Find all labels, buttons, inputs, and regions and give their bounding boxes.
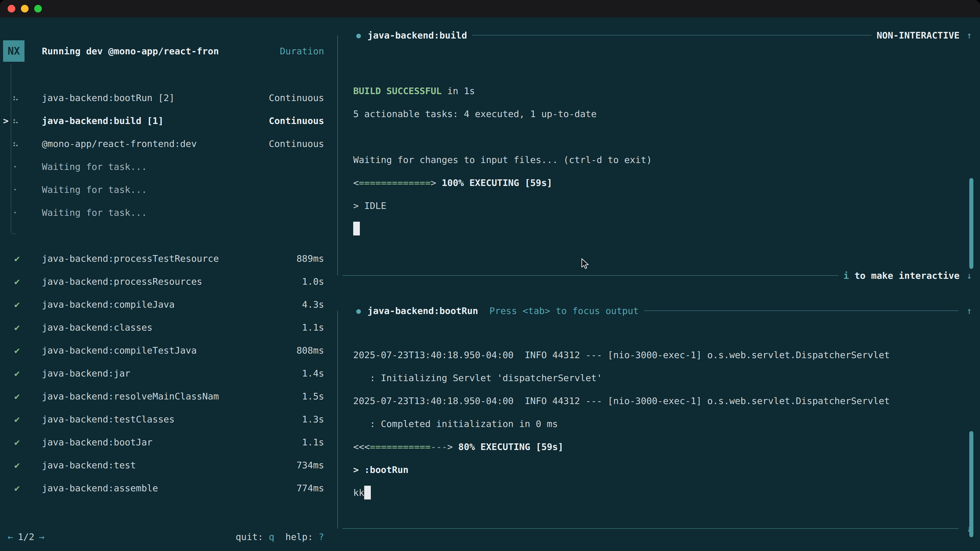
footer-rule <box>342 528 959 529</box>
check-icon: ✔ <box>14 460 20 470</box>
scroll-up-icon[interactable]: ↑ <box>964 30 975 41</box>
hint-spacer <box>274 532 285 542</box>
maximize-button[interactable] <box>34 5 42 13</box>
input-line[interactable]: kk <box>353 481 975 504</box>
terminal-cursor <box>353 222 360 235</box>
titlebar <box>0 0 980 17</box>
completed-task-list: ✔ java-backend:processTestResource 889ms… <box>0 247 337 499</box>
task-label: java-backend:build [1] <box>42 116 164 126</box>
pending-dot-icon: · <box>12 184 18 195</box>
prompt-line: > :bootRun <box>353 458 975 481</box>
task-bullet-icon: ● <box>356 31 361 40</box>
bootrun-panel-title: java-backend:bootRun <box>368 306 478 316</box>
progress-status: 100% EXECUTING [59s] <box>436 178 552 188</box>
mouse-cursor <box>579 258 591 269</box>
log-line: 2025-07-23T13:40:18.950-04:00 INFO 44312… <box>353 389 975 413</box>
sidebar-header: NX Running dev @mono-app/react-fron Dura… <box>3 40 337 62</box>
bootrun-panel-header: ● java-backend:bootRun Press <tab> to fo… <box>337 305 975 317</box>
task-row-bootrun[interactable]: ⠦ java-backend:bootRun [2] Continuous <box>0 86 337 109</box>
task-sidebar: NX Running dev @mono-app/react-fron Dura… <box>0 17 337 551</box>
check-icon: ✔ <box>14 345 20 356</box>
build-panel-footer: i to make interactive ↓ <box>337 269 975 282</box>
task-row-done[interactable]: ✔ java-backend:bootJar 1.1s <box>0 430 337 454</box>
progress-status: 80% EXECUTING [59s] <box>453 441 563 452</box>
task-status: Continuous <box>269 116 324 126</box>
pending-dot-icon: · <box>12 162 18 172</box>
duration-column-header: Duration <box>280 46 324 56</box>
gradle-progress-line: <=============> 100% EXECUTING [59s] <box>353 171 975 194</box>
pager-prev-icon[interactable]: ← <box>8 532 13 542</box>
task-row-frontend-dev[interactable]: ⠦ @mono-app/react-frontend:dev Continuou… <box>0 132 337 155</box>
task-row-done[interactable]: ✔ java-backend:resolveMainClassNam 1.5s <box>0 385 337 408</box>
task-row-done[interactable]: ✔ java-backend:classes 1.1s <box>0 316 337 339</box>
log-line: : Initializing Servlet 'dispatcherServle… <box>353 367 975 389</box>
task-duration: 4.3s <box>302 299 324 310</box>
waiting-line: Waiting for changes to input files... (c… <box>353 148 975 171</box>
task-label: java-backend:jar <box>42 368 130 379</box>
build-terminal-output[interactable]: BUILD SUCCESSFUL in 1s 5 actionable task… <box>337 41 975 269</box>
task-duration: 808ms <box>297 345 324 356</box>
non-interactive-badge: NON-INTERACTIVE <box>877 30 959 41</box>
header-rule <box>472 35 872 35</box>
task-label: Waiting for task... <box>42 207 147 218</box>
close-button[interactable] <box>8 5 15 13</box>
task-label: java-backend:classes <box>42 322 152 333</box>
check-icon: ✔ <box>14 322 20 333</box>
pager-page-indicator: 1/2 <box>18 532 35 542</box>
spinner-icon: ⠦ <box>12 138 19 149</box>
task-label: java-backend:assemble <box>42 483 158 493</box>
nx-logo: NX <box>3 40 24 62</box>
progress-close: > <box>431 178 436 188</box>
check-icon: ✔ <box>14 253 20 264</box>
scrollbar-thumb-build[interactable] <box>969 178 974 269</box>
minimize-button[interactable] <box>21 5 29 13</box>
task-row-done[interactable]: ✔ java-backend:processResources 1.0s <box>0 270 337 293</box>
task-duration: 1.0s <box>302 276 324 287</box>
task-row-done[interactable]: ✔ java-backend:processTestResource 889ms <box>0 247 337 270</box>
bootrun-terminal-output[interactable]: 2025-07-23T13:40:18.950-04:00 INFO 44312… <box>337 317 975 522</box>
task-row-done[interactable]: ✔ java-backend:compileTestJava 808ms <box>0 339 337 362</box>
focus-output-hint: Press <tab> to focus output <box>490 306 639 316</box>
log-line: : Completed initialization in 0 ms <box>353 413 975 435</box>
task-label: java-backend:test <box>42 460 136 470</box>
check-icon: ✔ <box>14 299 20 310</box>
task-label: @mono-app/react-frontend:dev <box>42 138 197 149</box>
terminal-cursor <box>364 486 371 499</box>
progress-open: < <box>353 178 359 188</box>
build-output-panel: ● java-backend:build NON-INTERACTIVE ↑ B… <box>337 29 975 282</box>
typed-text: kk <box>353 487 364 498</box>
nx-tui: NX Running dev @mono-app/react-fron Dura… <box>0 17 980 551</box>
task-row-done[interactable]: ✔ java-backend:testClasses 1.3s <box>0 408 337 430</box>
task-duration: 1.1s <box>302 437 324 448</box>
bootrun-panel-footer: ↓ <box>337 522 975 535</box>
bootrun-output-panel: ● java-backend:bootRun Press <tab> to fo… <box>337 305 975 535</box>
task-duration: 1.5s <box>302 391 324 402</box>
cursor-line <box>353 218 975 240</box>
scroll-down-icon[interactable]: ↓ <box>964 270 975 281</box>
log-line: 2025-07-23T13:40:18.950-04:00 INFO 44312… <box>353 344 975 367</box>
gradle-progress-line: <<<===========---> 80% EXECUTING [59s] <box>353 435 975 458</box>
interactive-hint-text: to make interactive <box>849 270 959 281</box>
build-panel-header: ● java-backend:build NON-INTERACTIVE ↑ <box>337 29 975 41</box>
task-duration: 1.4s <box>302 368 324 379</box>
task-duration: 1.1s <box>302 322 324 333</box>
task-row-done[interactable]: ✔ java-backend:test 734ms <box>0 454 337 476</box>
build-time-text: in 1s <box>442 86 475 96</box>
progress-bar-remaining: --- <box>431 441 447 452</box>
task-row-build[interactable]: > ⠦ java-backend:build [1] Continuous <box>0 109 337 132</box>
check-icon: ✔ <box>14 368 20 379</box>
spinner-icon: ⠦ <box>12 93 19 103</box>
task-row-done[interactable]: ✔ java-backend:jar 1.4s <box>0 362 337 385</box>
selection-marker: > <box>3 116 9 126</box>
task-label: Waiting for task... <box>42 162 147 172</box>
task-label: java-backend:bootRun [2] <box>42 93 175 103</box>
task-status: Continuous <box>269 138 324 149</box>
sidebar-footer: ← 1/2 → quit: q help: ? <box>8 529 324 545</box>
build-panel-title: java-backend:build <box>368 30 467 41</box>
pager-next-icon[interactable]: → <box>39 532 45 542</box>
scroll-up-icon[interactable]: ↑ <box>964 306 975 316</box>
scrollbar-thumb-bootrun[interactable] <box>969 431 974 537</box>
check-icon: ✔ <box>14 276 20 287</box>
task-row-done[interactable]: ✔ java-backend:assemble 774ms <box>0 476 337 499</box>
task-row-done[interactable]: ✔ java-backend:compileJava 4.3s <box>0 293 337 316</box>
